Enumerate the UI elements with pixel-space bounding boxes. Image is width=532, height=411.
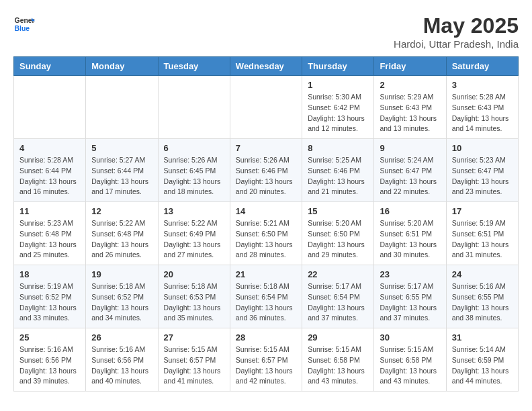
calendar-cell: 7Sunrise: 5:26 AM Sunset: 6:46 PM Daylig…	[230, 139, 302, 202]
day-info: Sunrise: 5:17 AM Sunset: 6:54 PM Dayligh…	[308, 281, 368, 324]
day-info: Sunrise: 5:18 AM Sunset: 6:53 PM Dayligh…	[164, 281, 224, 324]
calendar-week-1: 1Sunrise: 5:30 AM Sunset: 6:42 PM Daylig…	[14, 76, 519, 139]
calendar-cell: 22Sunrise: 5:17 AM Sunset: 6:54 PM Dayli…	[302, 265, 374, 328]
day-info: Sunrise: 5:23 AM Sunset: 6:48 PM Dayligh…	[19, 218, 80, 261]
calendar-cell: 29Sunrise: 5:15 AM Sunset: 6:58 PM Dayli…	[302, 328, 374, 392]
day-info: Sunrise: 5:16 AM Sunset: 6:55 PM Dayligh…	[452, 281, 513, 324]
calendar-week-4: 18Sunrise: 5:19 AM Sunset: 6:52 PM Dayli…	[14, 265, 519, 328]
day-info: Sunrise: 5:27 AM Sunset: 6:44 PM Dayligh…	[91, 155, 152, 197]
day-info: Sunrise: 5:25 AM Sunset: 6:46 PM Dayligh…	[308, 155, 368, 197]
day-info: Sunrise: 5:21 AM Sunset: 6:50 PM Dayligh…	[236, 218, 296, 261]
day-info: Sunrise: 5:16 AM Sunset: 6:56 PM Dayligh…	[91, 345, 152, 387]
day-number: 7	[236, 143, 296, 153]
weekday-header-friday: Friday	[374, 57, 446, 76]
day-number: 25	[19, 332, 80, 342]
day-number: 5	[91, 143, 152, 153]
day-number: 19	[91, 269, 152, 279]
day-info: Sunrise: 5:20 AM Sunset: 6:51 PM Dayligh…	[380, 218, 440, 261]
logo-icon: General Blue	[13, 13, 35, 35]
calendar-cell: 15Sunrise: 5:20 AM Sunset: 6:50 PM Dayli…	[302, 202, 374, 265]
calendar-cell: 16Sunrise: 5:20 AM Sunset: 6:51 PM Dayli…	[374, 202, 446, 265]
calendar-cell	[86, 76, 158, 139]
calendar-cell: 21Sunrise: 5:18 AM Sunset: 6:54 PM Dayli…	[230, 265, 302, 328]
calendar-cell: 28Sunrise: 5:15 AM Sunset: 6:57 PM Dayli…	[230, 328, 302, 392]
calendar-cell: 13Sunrise: 5:22 AM Sunset: 6:49 PM Dayli…	[158, 202, 230, 265]
calendar-cell: 20Sunrise: 5:18 AM Sunset: 6:53 PM Dayli…	[158, 265, 230, 328]
calendar-cell: 14Sunrise: 5:21 AM Sunset: 6:50 PM Dayli…	[230, 202, 302, 265]
month-year-title: May 2025	[394, 13, 519, 38]
day-info: Sunrise: 5:26 AM Sunset: 6:46 PM Dayligh…	[236, 155, 296, 197]
day-number: 26	[91, 332, 152, 342]
page-header: General Blue May 2025 Hardoi, Uttar Prad…	[13, 13, 519, 50]
calendar-cell: 17Sunrise: 5:19 AM Sunset: 6:51 PM Dayli…	[446, 202, 518, 265]
day-number: 16	[380, 206, 440, 216]
calendar-cell: 4Sunrise: 5:28 AM Sunset: 6:44 PM Daylig…	[14, 139, 86, 202]
calendar-cell	[230, 76, 302, 139]
calendar-cell: 10Sunrise: 5:23 AM Sunset: 6:47 PM Dayli…	[446, 139, 518, 202]
day-number: 11	[19, 206, 80, 216]
day-number: 8	[308, 143, 368, 153]
day-number: 10	[452, 143, 513, 153]
calendar-cell	[158, 76, 230, 139]
weekday-header-wednesday: Wednesday	[230, 57, 302, 76]
svg-text:Blue: Blue	[15, 25, 30, 32]
day-number: 20	[164, 269, 224, 279]
location-subtitle: Hardoi, Uttar Pradesh, India	[394, 38, 519, 50]
day-info: Sunrise: 5:15 AM Sunset: 6:58 PM Dayligh…	[308, 345, 368, 387]
day-info: Sunrise: 5:22 AM Sunset: 6:49 PM Dayligh…	[164, 218, 224, 261]
day-number: 4	[19, 143, 80, 153]
day-info: Sunrise: 5:18 AM Sunset: 6:54 PM Dayligh…	[236, 281, 296, 324]
day-number: 9	[380, 143, 440, 153]
calendar-cell: 3Sunrise: 5:28 AM Sunset: 6:43 PM Daylig…	[446, 76, 518, 139]
day-number: 6	[164, 143, 224, 153]
weekday-header-saturday: Saturday	[446, 57, 518, 76]
calendar-cell: 18Sunrise: 5:19 AM Sunset: 6:52 PM Dayli…	[14, 265, 86, 328]
day-number: 1	[308, 80, 368, 90]
weekday-header-row: SundayMondayTuesdayWednesdayThursdayFrid…	[14, 57, 519, 76]
calendar-cell: 1Sunrise: 5:30 AM Sunset: 6:42 PM Daylig…	[302, 76, 374, 139]
day-info: Sunrise: 5:15 AM Sunset: 6:57 PM Dayligh…	[236, 345, 296, 387]
calendar-cell: 26Sunrise: 5:16 AM Sunset: 6:56 PM Dayli…	[86, 328, 158, 392]
day-number: 23	[380, 269, 440, 279]
day-info: Sunrise: 5:29 AM Sunset: 6:43 PM Dayligh…	[380, 92, 440, 134]
day-number: 12	[91, 206, 152, 216]
day-number: 27	[164, 332, 224, 342]
day-number: 24	[452, 269, 513, 279]
day-info: Sunrise: 5:22 AM Sunset: 6:48 PM Dayligh…	[91, 218, 152, 261]
day-info: Sunrise: 5:18 AM Sunset: 6:52 PM Dayligh…	[91, 281, 152, 324]
weekday-header-thursday: Thursday	[302, 57, 374, 76]
calendar-cell: 30Sunrise: 5:15 AM Sunset: 6:58 PM Dayli…	[374, 328, 446, 392]
day-info: Sunrise: 5:19 AM Sunset: 6:52 PM Dayligh…	[19, 281, 80, 324]
day-info: Sunrise: 5:17 AM Sunset: 6:55 PM Dayligh…	[380, 281, 440, 324]
weekday-header-tuesday: Tuesday	[158, 57, 230, 76]
calendar-week-2: 4Sunrise: 5:28 AM Sunset: 6:44 PM Daylig…	[14, 139, 519, 202]
day-number: 3	[452, 80, 513, 90]
day-number: 18	[19, 269, 80, 279]
calendar-cell: 25Sunrise: 5:16 AM Sunset: 6:56 PM Dayli…	[14, 328, 86, 392]
day-info: Sunrise: 5:20 AM Sunset: 6:50 PM Dayligh…	[308, 218, 368, 261]
day-info: Sunrise: 5:15 AM Sunset: 6:57 PM Dayligh…	[164, 345, 224, 387]
day-info: Sunrise: 5:19 AM Sunset: 6:51 PM Dayligh…	[452, 218, 513, 261]
day-info: Sunrise: 5:26 AM Sunset: 6:45 PM Dayligh…	[164, 155, 224, 197]
calendar-cell: 31Sunrise: 5:14 AM Sunset: 6:59 PM Dayli…	[446, 328, 518, 392]
calendar-cell: 24Sunrise: 5:16 AM Sunset: 6:55 PM Dayli…	[446, 265, 518, 328]
day-info: Sunrise: 5:23 AM Sunset: 6:47 PM Dayligh…	[452, 155, 513, 197]
calendar-cell: 5Sunrise: 5:27 AM Sunset: 6:44 PM Daylig…	[86, 139, 158, 202]
day-info: Sunrise: 5:14 AM Sunset: 6:59 PM Dayligh…	[452, 345, 513, 387]
calendar-cell: 8Sunrise: 5:25 AM Sunset: 6:46 PM Daylig…	[302, 139, 374, 202]
title-area: May 2025 Hardoi, Uttar Pradesh, India	[394, 13, 519, 50]
day-number: 30	[380, 332, 440, 342]
logo: General Blue	[13, 13, 35, 35]
day-info: Sunrise: 5:28 AM Sunset: 6:43 PM Dayligh…	[452, 92, 513, 134]
calendar-cell: 9Sunrise: 5:24 AM Sunset: 6:47 PM Daylig…	[374, 139, 446, 202]
weekday-header-sunday: Sunday	[14, 57, 86, 76]
day-number: 17	[452, 206, 513, 216]
day-number: 29	[308, 332, 368, 342]
calendar-cell: 19Sunrise: 5:18 AM Sunset: 6:52 PM Dayli…	[86, 265, 158, 328]
weekday-header-monday: Monday	[86, 57, 158, 76]
calendar-cell	[14, 76, 86, 139]
day-number: 22	[308, 269, 368, 279]
calendar-week-3: 11Sunrise: 5:23 AM Sunset: 6:48 PM Dayli…	[14, 202, 519, 265]
day-info: Sunrise: 5:28 AM Sunset: 6:44 PM Dayligh…	[19, 155, 80, 197]
day-number: 13	[164, 206, 224, 216]
